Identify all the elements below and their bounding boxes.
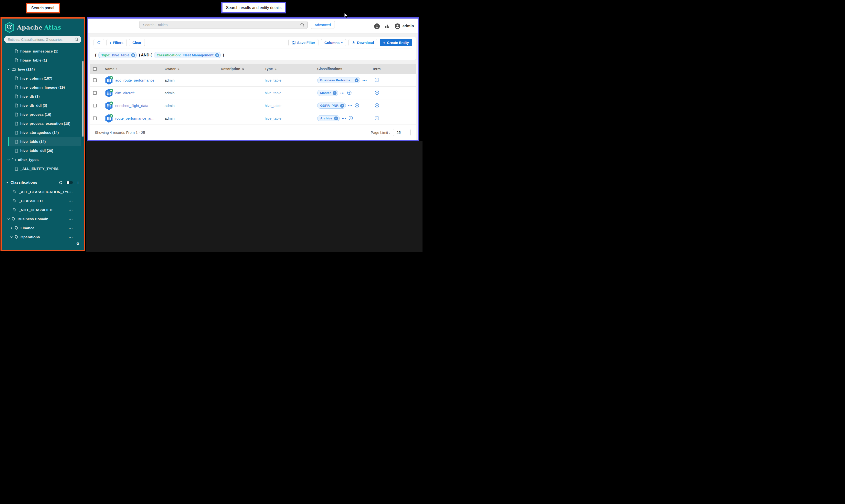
sort-icon[interactable]: ↑ bbox=[116, 67, 118, 71]
plus-circle-icon[interactable] bbox=[375, 90, 379, 95]
entity-type-link[interactable]: hive_table bbox=[265, 116, 281, 120]
entity-type-item-hive-table-ddl-20[interactable]: hive_table_ddl (20) bbox=[2, 146, 84, 155]
entity-type-item-hive-db-ddl-3[interactable]: hive_db_ddl (3) bbox=[2, 101, 84, 110]
item-menu-icon[interactable]: ••• bbox=[69, 236, 73, 238]
item-menu-icon[interactable]: ••• bbox=[69, 199, 73, 202]
entity-name-link[interactable]: agg_route_performance bbox=[115, 78, 154, 82]
classifications-header[interactable]: Classifications ⋮ bbox=[2, 178, 84, 187]
column-header-classifications[interactable]: Classifications bbox=[313, 67, 368, 71]
classification-item-business-domain[interactable]: Business Domain••• bbox=[2, 214, 84, 223]
filter-chip-classification[interactable]: Classification: Fleet Management ✕ bbox=[154, 52, 221, 58]
item-menu-icon[interactable]: ••• bbox=[69, 227, 73, 230]
column-header-term[interactable]: Term bbox=[368, 67, 416, 71]
classification-chip[interactable]: GDPR_PNR✕ bbox=[317, 103, 346, 109]
entity-type-link[interactable]: hive_table bbox=[265, 104, 281, 108]
remove-classification-icon[interactable]: ✕ bbox=[332, 91, 337, 95]
classification-item-not-classified[interactable]: _NOT_CLASSIFIED••• bbox=[2, 205, 84, 214]
entity-type-item-all-entity-types[interactable]: _ALL_ENTITY_TYPES bbox=[2, 164, 84, 173]
entity-type-item-hbase-namespace-1[interactable]: hbase_namespace (1) bbox=[2, 47, 84, 56]
classification-chip[interactable]: Master✕ bbox=[317, 90, 338, 96]
add-classification-button[interactable] bbox=[348, 116, 353, 121]
download-button[interactable]: Download bbox=[348, 39, 377, 46]
classification-item-all-classification-types[interactable]: _ALL_CLASSIFICATION_TYPES••• bbox=[2, 187, 84, 196]
create-entity-button[interactable]: + Create Entity bbox=[380, 39, 412, 46]
remove-classification-icon[interactable]: ✕ bbox=[355, 78, 359, 82]
classification-menu-icon[interactable]: ••• bbox=[342, 116, 346, 120]
refresh-classifications-icon[interactable] bbox=[59, 180, 63, 185]
refresh-results-button[interactable] bbox=[93, 39, 104, 46]
kebab-menu-icon[interactable]: ⋮ bbox=[76, 180, 80, 185]
entity-search-input[interactable] bbox=[139, 21, 308, 29]
sort-icon[interactable]: ⇅ bbox=[274, 67, 277, 71]
entity-type-item-hbase-table-1[interactable]: hbase_table (1) bbox=[2, 56, 84, 65]
row-checkbox[interactable] bbox=[93, 91, 97, 95]
remove-chip-icon[interactable]: ✕ bbox=[215, 53, 219, 57]
filters-button[interactable]: › Filters bbox=[107, 39, 127, 46]
entity-type-item-hive-column-lineage-29[interactable]: hive_column_lineage (29) bbox=[2, 83, 84, 92]
plus-circle-icon[interactable] bbox=[347, 90, 352, 95]
add-classification-button[interactable] bbox=[355, 103, 359, 108]
add-term-button[interactable] bbox=[375, 116, 379, 121]
entity-name-link[interactable]: dim_aircraft bbox=[115, 91, 134, 95]
classification-menu-icon[interactable]: ••• bbox=[340, 91, 345, 95]
statistics-icon[interactable] bbox=[385, 24, 390, 29]
classification-menu-icon[interactable]: ••• bbox=[348, 104, 353, 107]
entity-type-item-other-types[interactable]: other_types bbox=[2, 155, 84, 164]
download-circle-icon[interactable] bbox=[374, 23, 380, 29]
select-all-checkbox[interactable] bbox=[93, 67, 97, 71]
save-filter-button[interactable]: Save Filter bbox=[288, 39, 319, 46]
entity-type-item-hive-db-3[interactable]: hive_db (3) bbox=[2, 92, 84, 101]
add-term-button[interactable] bbox=[375, 90, 379, 96]
advanced-search-button[interactable]: Advanced bbox=[311, 21, 335, 29]
records-link[interactable]: 4 records bbox=[110, 130, 125, 134]
entity-type-link[interactable]: hive_table bbox=[265, 91, 281, 95]
entity-type-item-hive-process-execution-18[interactable]: hive_process_execution (18) bbox=[2, 119, 84, 128]
plus-circle-icon[interactable] bbox=[355, 103, 359, 108]
sidebar-collapse-button[interactable]: « bbox=[76, 240, 79, 247]
row-checkbox[interactable] bbox=[93, 104, 97, 107]
column-header-type[interactable]: Type⇅ bbox=[261, 67, 313, 71]
entity-name-link[interactable]: route_performance_ar... bbox=[115, 116, 154, 120]
add-term-button[interactable] bbox=[375, 103, 379, 108]
entity-type-item-hive-224[interactable]: hive (224) bbox=[2, 65, 84, 74]
plus-circle-icon[interactable] bbox=[348, 116, 353, 120]
entity-type-item-hive-column-107[interactable]: hive_column (107) bbox=[2, 74, 84, 83]
plus-circle-icon[interactable] bbox=[375, 78, 379, 82]
user-menu[interactable]: admin bbox=[394, 23, 414, 29]
remove-classification-icon[interactable]: ✕ bbox=[334, 116, 338, 120]
plus-circle-icon[interactable] bbox=[375, 103, 379, 108]
row-checkbox[interactable] bbox=[93, 116, 97, 120]
classification-chip[interactable]: Business Performa...✕ bbox=[317, 77, 360, 83]
classification-view-toggle[interactable] bbox=[66, 181, 73, 184]
entity-name-link[interactable]: enriched_flight_data bbox=[115, 104, 148, 108]
item-menu-icon[interactable]: ••• bbox=[69, 191, 73, 193]
sort-icon[interactable]: ⇅ bbox=[177, 67, 180, 71]
app-logo[interactable]: Apache Atlas bbox=[2, 19, 84, 33]
classification-menu-icon[interactable]: ••• bbox=[362, 78, 367, 82]
column-header-owner[interactable]: Owner⇅ bbox=[161, 67, 217, 71]
column-header-name[interactable]: Name↑ bbox=[101, 67, 161, 71]
plus-circle-icon[interactable] bbox=[375, 116, 379, 120]
clear-button[interactable]: Clear bbox=[129, 39, 145, 46]
remove-chip-icon[interactable]: ✕ bbox=[131, 53, 135, 57]
classification-chip[interactable]: Archive✕ bbox=[317, 115, 340, 121]
entity-type-item-hive-table-14[interactable]: hive_table (14) bbox=[8, 137, 81, 146]
add-classification-button[interactable] bbox=[347, 90, 352, 96]
item-menu-icon[interactable]: ••• bbox=[69, 218, 73, 220]
sidebar-search-input[interactable] bbox=[4, 36, 81, 43]
entity-type-link[interactable]: hive_table bbox=[265, 78, 281, 82]
filter-chip-type[interactable]: Type: hive_table ✕ bbox=[98, 52, 137, 58]
sidebar-scrollbar[interactable] bbox=[82, 61, 84, 137]
entity-type-item-hive-storagedesc-14[interactable]: hive_storagedesc (14) bbox=[2, 128, 84, 137]
entity-type-item-hive-process-16[interactable]: hive_process (16) bbox=[2, 110, 84, 119]
sort-icon[interactable]: ⇅ bbox=[242, 67, 244, 71]
add-term-button[interactable] bbox=[375, 78, 379, 83]
remove-classification-icon[interactable]: ✕ bbox=[340, 104, 344, 108]
columns-button[interactable]: Columns ▾ bbox=[321, 39, 346, 46]
page-limit-input[interactable] bbox=[393, 129, 411, 136]
classification-item-finance[interactable]: Finance••• bbox=[2, 223, 84, 232]
item-menu-icon[interactable]: ••• bbox=[69, 209, 73, 212]
classification-item-classified[interactable]: _CLASSIFIED••• bbox=[2, 196, 84, 205]
classification-item-operations[interactable]: Operations••• bbox=[2, 232, 84, 241]
row-checkbox[interactable] bbox=[93, 78, 97, 82]
